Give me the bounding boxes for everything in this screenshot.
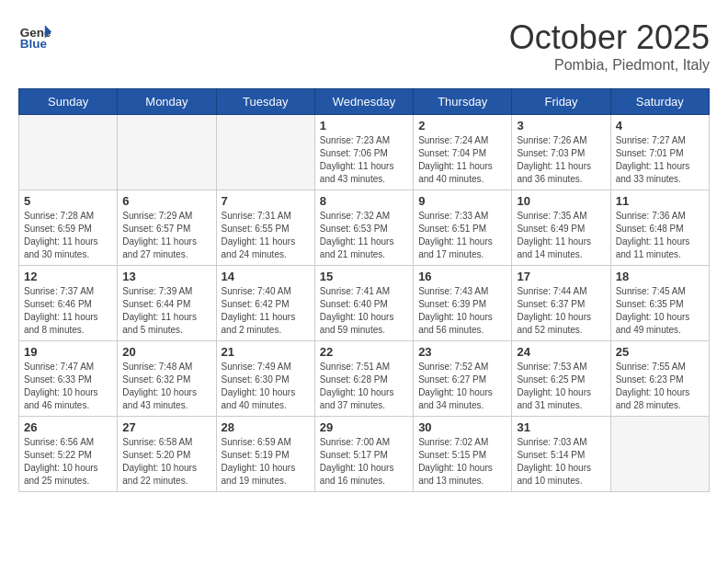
day-info: Sunrise: 7:27 AM Sunset: 7:01 PM Dayligh… (616, 134, 704, 186)
calendar-cell: 25Sunrise: 7:55 AM Sunset: 6:23 PM Dayli… (610, 341, 709, 417)
calendar-cell: 28Sunrise: 6:59 AM Sunset: 5:19 PM Dayli… (216, 417, 314, 492)
day-info: Sunrise: 7:24 AM Sunset: 7:04 PM Dayligh… (418, 134, 506, 186)
calendar-cell: 24Sunrise: 7:53 AM Sunset: 6:25 PM Dayli… (512, 341, 610, 417)
day-info: Sunrise: 7:35 AM Sunset: 6:49 PM Dayligh… (517, 210, 605, 261)
day-number: 24 (517, 345, 605, 359)
day-number: 23 (418, 345, 506, 359)
day-number: 5 (24, 194, 112, 208)
calendar-cell: 15Sunrise: 7:41 AM Sunset: 6:40 PM Dayli… (314, 266, 413, 341)
calendar-cell: 11Sunrise: 7:36 AM Sunset: 6:48 PM Dayli… (610, 190, 709, 266)
day-info: Sunrise: 7:31 AM Sunset: 6:55 PM Dayligh… (222, 210, 310, 261)
day-info: Sunrise: 7:00 AM Sunset: 5:17 PM Dayligh… (320, 436, 408, 488)
calendar-cell (610, 417, 709, 492)
day-info: Sunrise: 7:41 AM Sunset: 6:40 PM Dayligh… (320, 285, 408, 337)
weekday-header: Monday (118, 89, 216, 115)
day-number: 1 (320, 119, 408, 132)
day-number: 8 (320, 194, 408, 208)
day-number: 13 (122, 270, 210, 283)
day-number: 15 (320, 270, 408, 283)
calendar-cell: 21Sunrise: 7:49 AM Sunset: 6:30 PM Dayli… (216, 341, 314, 417)
day-info: Sunrise: 7:40 AM Sunset: 6:42 PM Dayligh… (222, 285, 310, 337)
day-number: 4 (616, 119, 704, 132)
day-number: 27 (122, 420, 210, 434)
calendar-week-row: 26Sunrise: 6:56 AM Sunset: 5:22 PM Dayli… (19, 417, 710, 492)
day-number: 29 (320, 420, 408, 434)
day-info: Sunrise: 7:26 AM Sunset: 7:03 PM Dayligh… (517, 134, 605, 186)
calendar-cell: 16Sunrise: 7:43 AM Sunset: 6:39 PM Dayli… (414, 266, 512, 341)
day-number: 9 (418, 194, 506, 208)
day-info: Sunrise: 7:49 AM Sunset: 6:30 PM Dayligh… (222, 361, 310, 412)
day-number: 19 (24, 345, 112, 359)
day-info: Sunrise: 7:32 AM Sunset: 6:53 PM Dayligh… (320, 210, 408, 261)
calendar-cell: 2Sunrise: 7:24 AM Sunset: 7:04 PM Daylig… (414, 115, 512, 190)
month-title: October 2025 (509, 18, 710, 57)
calendar-cell: 26Sunrise: 6:56 AM Sunset: 5:22 PM Dayli… (19, 417, 118, 492)
calendar-cell: 20Sunrise: 7:48 AM Sunset: 6:32 PM Dayli… (118, 341, 216, 417)
day-number: 20 (122, 345, 210, 359)
day-number: 28 (222, 420, 310, 434)
calendar-cell: 6Sunrise: 7:29 AM Sunset: 6:57 PM Daylig… (118, 190, 216, 266)
day-number: 21 (222, 345, 310, 359)
day-info: Sunrise: 7:55 AM Sunset: 6:23 PM Dayligh… (616, 361, 704, 412)
title-block: October 2025 Pombia, Piedmont, Italy (509, 18, 710, 74)
day-number: 10 (517, 194, 605, 208)
calendar-cell: 18Sunrise: 7:45 AM Sunset: 6:35 PM Dayli… (610, 266, 709, 341)
day-number: 16 (418, 270, 506, 283)
logo-icon: General Blue (18, 18, 51, 52)
calendar-cell: 9Sunrise: 7:33 AM Sunset: 6:51 PM Daylig… (414, 190, 512, 266)
calendar-cell: 27Sunrise: 6:58 AM Sunset: 5:20 PM Dayli… (118, 417, 216, 492)
calendar-cell: 17Sunrise: 7:44 AM Sunset: 6:37 PM Dayli… (512, 266, 610, 341)
day-info: Sunrise: 7:29 AM Sunset: 6:57 PM Dayligh… (122, 210, 210, 261)
day-info: Sunrise: 7:03 AM Sunset: 5:14 PM Dayligh… (517, 436, 605, 488)
calendar-week-row: 1Sunrise: 7:23 AM Sunset: 7:06 PM Daylig… (19, 115, 710, 190)
location-subtitle: Pombia, Piedmont, Italy (509, 57, 710, 74)
calendar-cell: 3Sunrise: 7:26 AM Sunset: 7:03 PM Daylig… (512, 115, 610, 190)
calendar-week-row: 19Sunrise: 7:47 AM Sunset: 6:33 PM Dayli… (19, 341, 710, 417)
day-number: 17 (517, 270, 605, 283)
day-number: 12 (24, 270, 112, 283)
day-info: Sunrise: 6:56 AM Sunset: 5:22 PM Dayligh… (24, 436, 112, 488)
day-info: Sunrise: 7:45 AM Sunset: 6:35 PM Dayligh… (616, 285, 704, 337)
calendar-cell: 31Sunrise: 7:03 AM Sunset: 5:14 PM Dayli… (512, 417, 610, 492)
day-number: 11 (616, 194, 704, 208)
weekday-header: Thursday (414, 89, 512, 115)
calendar-cell: 22Sunrise: 7:51 AM Sunset: 6:28 PM Dayli… (314, 341, 413, 417)
calendar-cell: 5Sunrise: 7:28 AM Sunset: 6:59 PM Daylig… (19, 190, 118, 266)
weekday-header: Sunday (19, 89, 118, 115)
day-info: Sunrise: 6:59 AM Sunset: 5:19 PM Dayligh… (222, 436, 310, 488)
day-number: 26 (24, 420, 112, 434)
calendar-cell: 1Sunrise: 7:23 AM Sunset: 7:06 PM Daylig… (314, 115, 413, 190)
calendar-cell: 12Sunrise: 7:37 AM Sunset: 6:46 PM Dayli… (19, 266, 118, 341)
calendar-cell: 13Sunrise: 7:39 AM Sunset: 6:44 PM Dayli… (118, 266, 216, 341)
page-header: General Blue October 2025 Pombia, Piedmo… (18, 18, 710, 74)
calendar-cell: 7Sunrise: 7:31 AM Sunset: 6:55 PM Daylig… (216, 190, 314, 266)
weekday-header-row: SundayMondayTuesdayWednesdayThursdayFrid… (19, 89, 710, 115)
calendar-cell: 23Sunrise: 7:52 AM Sunset: 6:27 PM Dayli… (414, 341, 512, 417)
calendar-cell: 10Sunrise: 7:35 AM Sunset: 6:49 PM Dayli… (512, 190, 610, 266)
weekday-header: Friday (512, 89, 610, 115)
day-info: Sunrise: 7:43 AM Sunset: 6:39 PM Dayligh… (418, 285, 506, 337)
calendar-table: SundayMondayTuesdayWednesdayThursdayFrid… (18, 88, 710, 492)
day-info: Sunrise: 7:52 AM Sunset: 6:27 PM Dayligh… (418, 361, 506, 412)
calendar-cell: 19Sunrise: 7:47 AM Sunset: 6:33 PM Dayli… (19, 341, 118, 417)
logo: General Blue (18, 18, 51, 52)
day-number: 3 (517, 119, 605, 132)
weekday-header: Saturday (610, 89, 709, 115)
calendar-cell (216, 115, 314, 190)
day-info: Sunrise: 7:47 AM Sunset: 6:33 PM Dayligh… (24, 361, 112, 412)
day-info: Sunrise: 7:51 AM Sunset: 6:28 PM Dayligh… (320, 361, 408, 412)
day-number: 22 (320, 345, 408, 359)
day-info: Sunrise: 7:39 AM Sunset: 6:44 PM Dayligh… (122, 285, 210, 337)
day-number: 6 (122, 194, 210, 208)
day-info: Sunrise: 7:53 AM Sunset: 6:25 PM Dayligh… (517, 361, 605, 412)
calendar-week-row: 12Sunrise: 7:37 AM Sunset: 6:46 PM Dayli… (19, 266, 710, 341)
calendar-cell (19, 115, 118, 190)
weekday-header: Tuesday (216, 89, 314, 115)
calendar-cell (118, 115, 216, 190)
day-info: Sunrise: 7:44 AM Sunset: 6:37 PM Dayligh… (517, 285, 605, 337)
day-info: Sunrise: 7:33 AM Sunset: 6:51 PM Dayligh… (418, 210, 506, 261)
day-number: 2 (418, 119, 506, 132)
calendar-cell: 8Sunrise: 7:32 AM Sunset: 6:53 PM Daylig… (314, 190, 413, 266)
day-info: Sunrise: 7:48 AM Sunset: 6:32 PM Dayligh… (122, 361, 210, 412)
calendar-week-row: 5Sunrise: 7:28 AM Sunset: 6:59 PM Daylig… (19, 190, 710, 266)
